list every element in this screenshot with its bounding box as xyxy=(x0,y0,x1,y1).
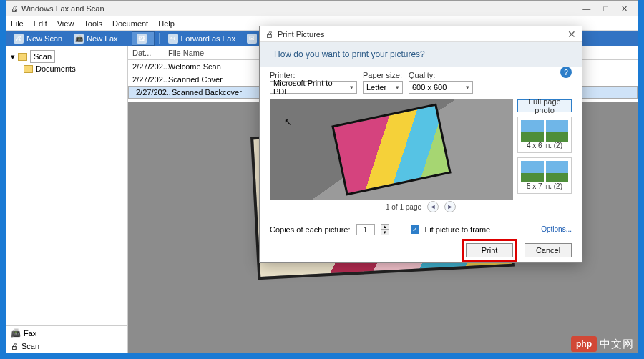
cancel-button[interactable]: Cancel xyxy=(525,243,572,257)
menu-edit[interactable]: Edit xyxy=(34,19,47,28)
cell-date: 2/27/202... xyxy=(132,87,167,98)
view-fax[interactable]: 📠Fax xyxy=(6,326,127,340)
tree-pane: ▾ Scan Documents 📠Fax 🖨Scan xyxy=(6,46,128,353)
pager: 1 of 1 page ◄ ► xyxy=(270,200,572,214)
chevron-down-icon: ▾ xyxy=(466,84,469,91)
quality-select[interactable]: 600 x 600▾ xyxy=(409,81,473,94)
view-switcher: 📠Fax 🖨Scan xyxy=(6,325,127,353)
preview-image xyxy=(331,103,452,195)
copies-input[interactable] xyxy=(356,224,375,235)
forward-icon: ↪ xyxy=(168,34,178,44)
layout-5x7[interactable]: 5 x 7 in. (2) xyxy=(517,157,572,194)
step-down[interactable]: ▾ xyxy=(381,230,389,235)
fax-icon: 📠 xyxy=(74,34,84,44)
layout-4x6[interactable]: 4 x 6 in. (2) xyxy=(517,117,572,153)
app-title: Windows Fax and Scan xyxy=(21,4,104,13)
layout-full-page[interactable]: Full page photo xyxy=(517,99,572,112)
menu-document[interactable]: Document xyxy=(112,19,148,28)
highlight-annotation: Print xyxy=(462,239,517,262)
page-info: 1 of 1 page xyxy=(386,203,421,211)
dialog-close-button[interactable]: ✕ xyxy=(567,29,576,40)
menu-help[interactable]: Help xyxy=(158,19,175,28)
dialog-title: Print Pictures xyxy=(278,30,324,39)
dialog-footer-buttons: Print Cancel xyxy=(260,238,582,262)
collapse-icon[interactable]: ▾ xyxy=(11,52,15,62)
copies-label: Copies of each picture: xyxy=(270,225,351,234)
scanner-icon: 🖨 xyxy=(14,34,24,44)
fax-icon: 📠 xyxy=(11,328,21,338)
dialog-footer-options: Copies of each picture: ▴▾ ✓ Fit picture… xyxy=(260,220,582,238)
mail-icon: ✉ xyxy=(247,34,257,44)
cell-date: 2/27/202... xyxy=(128,74,164,85)
watermark-text: 中文网 xyxy=(600,338,634,351)
titlebar: 🖨 Windows Fax and Scan — □ ✕ xyxy=(6,1,638,16)
toolbar-separator xyxy=(127,33,127,44)
thumb-label: Full page photo xyxy=(521,99,568,114)
label-paper: Paper size: xyxy=(363,71,403,79)
tree-documents[interactable]: Documents xyxy=(11,64,123,74)
dialog-titlebar: 🖨Print Pictures ✕ xyxy=(260,26,582,42)
thumb-image xyxy=(521,120,568,142)
folder-icon xyxy=(18,53,27,61)
app-icon: 🖨 xyxy=(11,4,19,13)
step-up[interactable]: ▴ xyxy=(381,224,389,230)
menu-tools[interactable]: Tools xyxy=(84,19,102,28)
thumb-label: 5 x 7 in. (2) xyxy=(521,182,568,190)
thumb-label: 4 x 6 in. (2) xyxy=(521,142,568,149)
dialog-banner: How do you want to print your pictures? xyxy=(260,42,582,67)
fit-frame-label: Fit picture to frame xyxy=(425,225,491,234)
help-icon[interactable]: ? xyxy=(560,67,572,78)
printer-select[interactable]: Microsoft Print to PDF▾ xyxy=(270,81,357,94)
menu-file[interactable]: File xyxy=(11,19,24,28)
copies-stepper[interactable]: ▴▾ xyxy=(381,224,389,235)
watermark: php 中文网 xyxy=(571,336,634,352)
maximize-button[interactable]: □ xyxy=(603,4,608,14)
view-scan[interactable]: 🖨Scan xyxy=(6,340,127,353)
watermark-logo: php xyxy=(571,336,597,352)
menu-view[interactable]: View xyxy=(57,19,74,28)
layout-thumbnails: Full page photo 4 x 6 in. (2) 5 x 7 in. … xyxy=(517,99,572,200)
forward-fax-button[interactable]: ↪Forward as Fax xyxy=(164,32,240,45)
chevron-down-icon: ▾ xyxy=(350,84,353,91)
new-scan-button[interactable]: 🖨New Scan xyxy=(9,32,67,45)
toolbar-separator xyxy=(159,33,160,44)
new-fax-button[interactable]: 📠New Fax xyxy=(69,32,122,45)
print-preview: ↖ xyxy=(270,99,513,200)
print-button[interactable]: Print xyxy=(466,243,513,257)
cursor-icon: ↖ xyxy=(284,117,292,127)
folder-icon xyxy=(24,65,33,73)
tree-root[interactable]: ▾ Scan xyxy=(11,49,123,64)
close-button[interactable]: ✕ xyxy=(621,4,628,14)
page-next-button[interactable]: ► xyxy=(444,201,456,212)
toolbar-active-button[interactable]: 🖼 xyxy=(132,31,155,46)
col-date[interactable]: Dat... xyxy=(128,46,164,59)
tree-documents-label: Documents xyxy=(36,64,76,73)
fit-frame-checkbox[interactable]: ✓ xyxy=(411,225,419,234)
scanner-icon: 🖨 xyxy=(11,342,19,350)
image-icon: 🖼 xyxy=(137,34,147,44)
options-link[interactable]: Options... xyxy=(541,225,572,233)
page-prev-button[interactable]: ◄ xyxy=(427,201,439,212)
cell-date: 2/27/202... xyxy=(128,61,164,72)
label-quality: Quality: xyxy=(409,71,466,79)
thumb-image xyxy=(521,161,568,182)
chevron-down-icon: ▾ xyxy=(396,84,399,91)
tree-root-label: Scan xyxy=(30,50,55,63)
printer-icon: 🖨 xyxy=(265,30,273,39)
print-dialog: 🖨Print Pictures ✕ How do you want to pri… xyxy=(259,26,582,263)
minimize-button[interactable]: — xyxy=(582,4,590,14)
paper-select[interactable]: Letter▾ xyxy=(363,81,403,94)
